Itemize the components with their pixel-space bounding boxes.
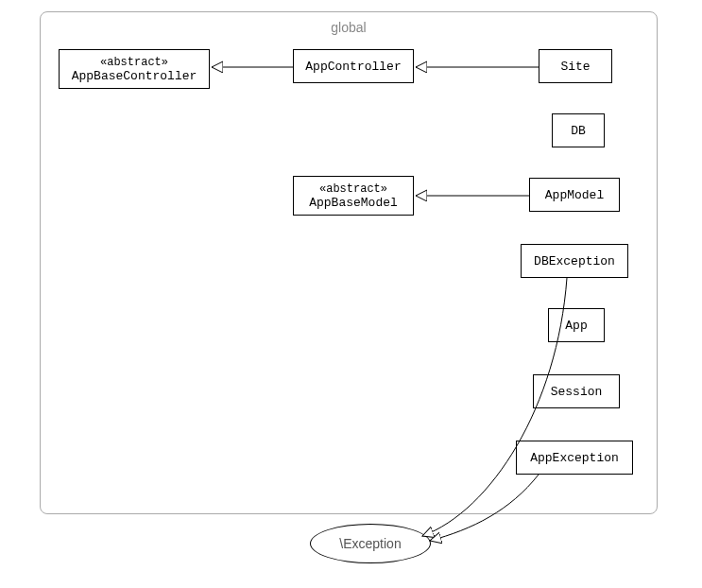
class-name-label: AppException <box>530 451 619 465</box>
class-name-label: \Exception <box>339 536 401 551</box>
class-name-label: DB <box>571 124 586 138</box>
class-name-label: Session <box>551 385 603 399</box>
class-name-label: AppBaseModel <box>309 196 398 210</box>
class-name-label: Site <box>560 60 590 74</box>
class-db-exception[interactable]: DBException <box>521 244 628 278</box>
class-session[interactable]: Session <box>533 374 620 408</box>
class-name-label: DBException <box>534 254 615 268</box>
class-app-model[interactable]: AppModel <box>529 178 620 212</box>
class-exception-external[interactable]: \Exception <box>310 524 431 563</box>
class-app-base-model[interactable]: «abstract» AppBaseModel <box>293 176 414 216</box>
class-name-label: AppController <box>305 60 401 74</box>
class-app-exception[interactable]: AppException <box>516 441 633 475</box>
class-name-label: AppBaseController <box>72 69 197 83</box>
class-name-label: App <box>565 319 587 333</box>
class-app[interactable]: App <box>548 308 605 342</box>
stereotype-label: «abstract» <box>100 56 168 69</box>
class-app-controller[interactable]: AppController <box>293 49 414 83</box>
class-name-label: AppModel <box>545 188 604 202</box>
package-title: global <box>41 20 657 35</box>
class-app-base-controller[interactable]: «abstract» AppBaseController <box>59 49 210 89</box>
class-site[interactable]: Site <box>539 49 612 83</box>
class-db[interactable]: DB <box>552 113 605 147</box>
stereotype-label: «abstract» <box>319 182 387 196</box>
